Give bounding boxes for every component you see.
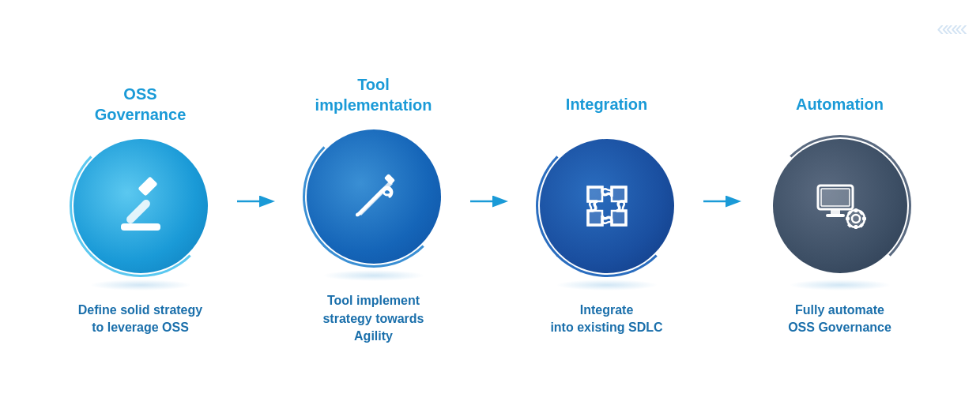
arrow-icon-1	[236, 189, 279, 213]
step-title-integration: Integration	[566, 84, 647, 125]
svg-rect-1	[125, 198, 152, 225]
tools-icon	[342, 165, 405, 228]
step-tool-implementation: Toolimplementation Tool implementstrateg…	[279, 74, 469, 345]
svg-rect-16	[846, 217, 850, 220]
main-container: OSSGovernance Define solid strategyto le…	[16, 58, 964, 361]
step-desc-automation: Fully automateOSS Governance	[788, 302, 891, 337]
step-title-automation: Automation	[796, 84, 884, 125]
arrow-3	[702, 189, 745, 231]
svg-rect-0	[138, 176, 157, 196]
svg-rect-9	[821, 189, 850, 206]
circle-automation	[773, 139, 907, 273]
step-desc-tool: Tool implementstrategy towardsAgility	[322, 292, 424, 345]
arrow-icon-2	[469, 189, 512, 213]
puzzle-icon	[575, 174, 639, 238]
circle-shadow-4	[789, 279, 891, 291]
step-title-governance: OSSGovernance	[95, 84, 187, 125]
circle-shadow-3	[556, 279, 658, 291]
step-automation: Automation	[745, 84, 935, 337]
step-integration: Integration	[512, 84, 702, 337]
gavel-icon	[109, 174, 172, 238]
step-desc-integration: Integrateinto existing SDLC	[550, 302, 662, 337]
step-desc-governance: Define solid strategyto leverage OSS	[78, 302, 202, 337]
svg-rect-10	[831, 209, 840, 214]
arrow-1	[236, 189, 279, 231]
svg-rect-11	[826, 214, 845, 217]
step-title-tool: Toolimplementation	[315, 74, 432, 115]
arrow-2	[469, 189, 512, 231]
arrow-icon-3	[702, 189, 745, 213]
svg-rect-17	[862, 217, 866, 220]
circle-tool	[307, 129, 441, 264]
circle-shadow-2	[322, 270, 425, 281]
decorative-marks: «««	[937, 16, 964, 41]
automation-icon	[808, 174, 872, 238]
circle-shadow-1	[89, 279, 192, 291]
circle-integration	[540, 139, 674, 273]
step-governance: OSSGovernance Define solid strategyto le…	[46, 84, 236, 337]
svg-rect-5	[383, 174, 394, 185]
svg-rect-15	[854, 225, 858, 229]
svg-rect-2	[121, 223, 160, 231]
circle-governance	[74, 139, 208, 273]
svg-rect-14	[854, 208, 858, 212]
